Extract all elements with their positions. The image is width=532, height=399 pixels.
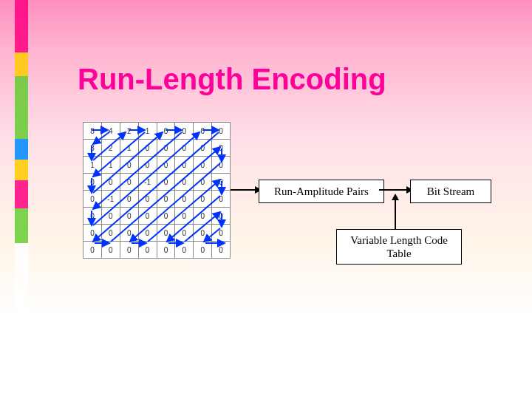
dct-cell: 0 — [175, 225, 194, 242]
dct-cell: 0 — [157, 123, 175, 140]
vlc-label-line1: Variable Length Code — [350, 233, 448, 247]
dct-cell: 1 — [138, 123, 157, 140]
arrow-vlc-up — [395, 199, 396, 230]
dct-cell: 0 — [120, 191, 138, 208]
dct-cell: 0 — [120, 242, 138, 259]
dct-cell: 0 — [194, 191, 212, 208]
dct-matrix-block: 842100003210000011000000000-100000-10000… — [83, 122, 231, 251]
dct-cell: 0 — [212, 191, 231, 208]
bit-stream-box: Bit Stream — [410, 180, 491, 203]
table-row: 32100000 — [83, 140, 231, 157]
dct-cell: 0 — [212, 225, 231, 242]
dct-cell: 1 — [120, 140, 138, 157]
dct-cell: 0 — [101, 174, 120, 191]
table-row: 00000000 — [83, 225, 231, 242]
dct-cell: 0 — [175, 208, 194, 225]
dct-cell: 0 — [157, 242, 175, 259]
page-title: Run-Length Encoding — [78, 63, 386, 96]
dct-matrix-table: 842100003210000011000000000-100000-10000… — [83, 122, 231, 259]
dct-cell: 0 — [175, 174, 194, 191]
dct-cell: 0 — [101, 242, 120, 259]
dct-cell: 0 — [194, 174, 212, 191]
dct-cell: 0 — [212, 157, 231, 174]
dct-cell: 0 — [194, 140, 212, 157]
dct-cell: 0 — [157, 191, 175, 208]
dct-cell: 0 — [138, 225, 157, 242]
dct-cell: 1 — [83, 157, 102, 174]
dct-cell: -1 — [138, 174, 157, 191]
table-row: 84210000 — [83, 123, 231, 140]
dct-cell: 0 — [194, 208, 212, 225]
dct-cell: 4 — [101, 123, 120, 140]
dct-cell: 0 — [120, 157, 138, 174]
dct-cell: 0 — [157, 157, 175, 174]
dct-cell: 0 — [157, 174, 175, 191]
dct-cell: 0 — [83, 225, 102, 242]
dct-cell: 0 — [138, 242, 157, 259]
table-row: 00000000 — [83, 242, 231, 259]
dct-cell: 0 — [212, 208, 231, 225]
arrowhead-vlc-up — [392, 194, 399, 200]
dct-cell: 0 — [83, 208, 102, 225]
dct-cell: 2 — [120, 123, 138, 140]
dct-cell: 0 — [212, 123, 231, 140]
dct-cell: 2 — [101, 140, 120, 157]
dct-cell: 0 — [120, 208, 138, 225]
dct-cell: 0 — [212, 140, 231, 157]
dct-cell: 0 — [83, 174, 102, 191]
dct-cell: -1 — [101, 191, 120, 208]
dct-cell: 0 — [212, 242, 231, 259]
dct-cell: 0 — [194, 225, 212, 242]
dct-cell: 0 — [83, 242, 102, 259]
dct-cell: 0 — [175, 157, 194, 174]
dct-cell: 0 — [157, 225, 175, 242]
vlc-label-line2: Table — [350, 247, 448, 260]
bit-stream-label: Bit Stream — [427, 185, 475, 198]
dct-cell: 0 — [194, 157, 212, 174]
dct-cell: 0 — [157, 140, 175, 157]
dct-cell: 0 — [212, 174, 231, 191]
dct-cell: 0 — [101, 225, 120, 242]
dct-cell: 0 — [157, 208, 175, 225]
table-row: 0-1000000 — [83, 191, 231, 208]
side-accent-strip — [15, 0, 28, 347]
dct-cell: 0 — [175, 191, 194, 208]
dct-cell: 0 — [175, 140, 194, 157]
dct-cell: 0 — [120, 225, 138, 242]
table-row: 11000000 — [83, 157, 231, 174]
dct-cell: 0 — [194, 123, 212, 140]
dct-cell: 0 — [138, 140, 157, 157]
dct-cell: 3 — [83, 140, 102, 157]
dct-cell: 0 — [101, 208, 120, 225]
dct-cell: 0 — [194, 242, 212, 259]
dct-cell: 0 — [175, 242, 194, 259]
vlc-table-box: Variable Length Code Table — [336, 229, 462, 265]
table-row: 00000000 — [83, 208, 231, 225]
dct-cell: 0 — [138, 208, 157, 225]
run-amplitude-label: Run-Amplitude Pairs — [274, 185, 369, 198]
dct-cell: 0 — [138, 191, 157, 208]
run-amplitude-box: Run-Amplitude Pairs — [259, 180, 384, 203]
dct-cell: 1 — [101, 157, 120, 174]
arrow-rap-to-bitstream — [379, 189, 410, 191]
dct-cell: 0 — [138, 157, 157, 174]
table-row: 000-10000 — [83, 174, 231, 191]
dct-cell: 8 — [83, 123, 102, 140]
dct-cell: 0 — [120, 174, 138, 191]
dct-cell: 0 — [175, 123, 194, 140]
dct-cell: 0 — [83, 191, 102, 208]
